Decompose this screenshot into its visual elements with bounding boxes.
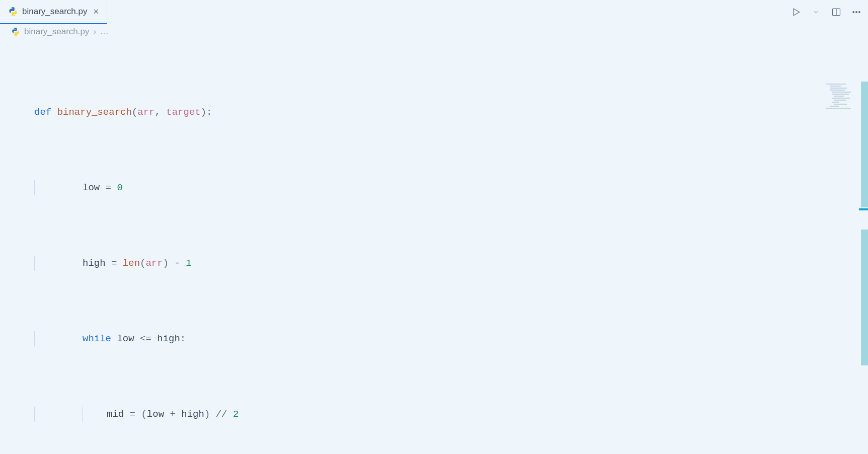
close-icon[interactable]: × [91, 7, 101, 17]
breadcrumb-more[interactable]: ... [100, 27, 109, 37]
overview-ruler[interactable] [861, 79, 868, 454]
chevron-right-icon: › [93, 27, 96, 37]
editor-tab[interactable]: binary_search.py × [0, 0, 107, 24]
editor-actions [791, 0, 862, 24]
code-line[interactable]: mid = (low + high) // 2 [34, 407, 808, 422]
run-dropdown-icon[interactable] [811, 7, 822, 18]
run-icon[interactable] [791, 7, 802, 18]
svg-point-4 [859, 12, 860, 13]
code-line[interactable]: low = 0 [34, 180, 808, 195]
split-editor-icon[interactable] [831, 7, 842, 18]
ruler-cursor-marker [859, 208, 868, 210]
code-content[interactable]: def binary_search(arr, target): low = 0 … [34, 44, 808, 454]
code-line[interactable]: def binary_search(arr, target): [34, 105, 808, 120]
svg-point-2 [853, 12, 854, 13]
code-line[interactable]: high = len(arr) - 1 [34, 256, 808, 271]
ruler-segment [861, 82, 868, 207]
breadcrumb-file[interactable]: binary_search.py [24, 27, 89, 37]
breadcrumb[interactable]: binary_search.py › ... [0, 24, 868, 39]
code-editor[interactable]: def binary_search(arr, target): low = 0 … [0, 39, 868, 454]
svg-point-3 [856, 12, 857, 13]
more-actions-icon[interactable] [851, 7, 862, 18]
ruler-segment [861, 230, 868, 365]
minimap[interactable] [826, 84, 856, 114]
tab-filename: binary_search.py [22, 7, 87, 17]
python-file-icon [11, 27, 20, 36]
tab-bar: binary_search.py × [0, 0, 868, 24]
python-file-icon [8, 7, 18, 17]
code-line[interactable]: while low <= high: [34, 331, 808, 346]
